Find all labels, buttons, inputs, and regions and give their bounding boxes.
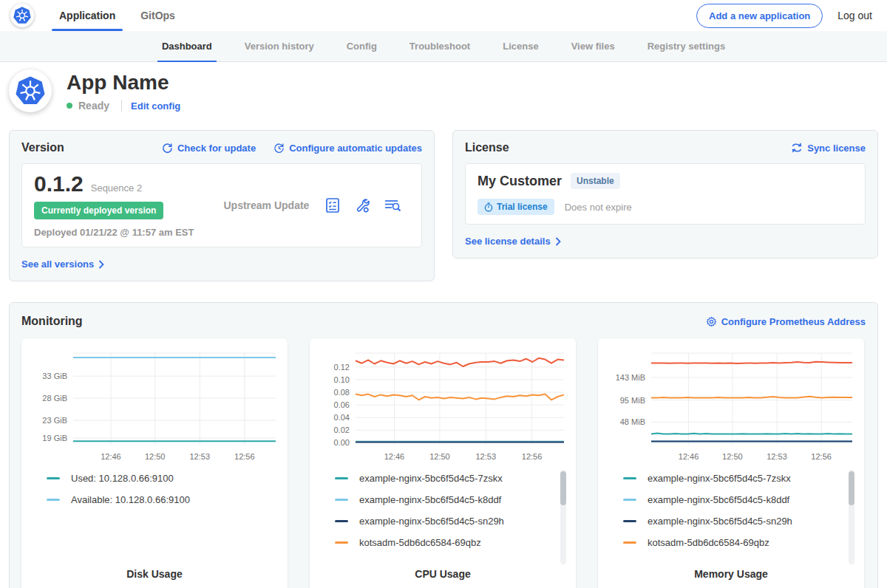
trial-license-badge: Trial license	[478, 199, 554, 215]
tab-registry-settings[interactable]: Registry settings	[648, 31, 725, 61]
schedule-update-icon	[273, 143, 285, 154]
config-wrench-icon[interactable]	[353, 196, 371, 214]
legend-item[interactable]: example-nginx-5bc6f5d4c5-k8ddf	[623, 494, 845, 505]
see-license-details-row: See license details	[465, 234, 866, 247]
currently-deployed-badge: Currently deployed version	[34, 202, 163, 219]
app-logo	[9, 69, 52, 112]
legend-dash-icon	[623, 477, 636, 479]
tab-config[interactable]: Config	[347, 31, 377, 61]
chart-svg: 143 MiB95 MiB48 MiB12:4612:5012:5312:56	[604, 347, 858, 465]
legend-dash-icon	[47, 499, 60, 501]
legend-item[interactable]: kotsadm-5db6dc6584-69qbz	[623, 537, 845, 548]
legend-item[interactable]: example-nginx-5bc6f5d4c5-7zskx	[335, 473, 557, 484]
legend-label: example-nginx-5bc6f5d4c5-7zskx	[359, 473, 503, 484]
svg-text:12:56: 12:56	[811, 452, 832, 461]
chevron-right-icon	[555, 237, 561, 246]
legend-scrollbar-thumb[interactable]	[849, 471, 854, 505]
svg-text:12:46: 12:46	[384, 452, 405, 461]
sync-icon	[791, 143, 803, 153]
legend-label: Used: 10.128.0.66:9100	[71, 473, 174, 484]
svg-text:0.04: 0.04	[334, 413, 350, 422]
chart-svg: 0.120.100.080.060.040.020.0012:4612:5012…	[316, 347, 570, 465]
chart-title: Disk Usage	[27, 568, 282, 586]
status-text: Ready	[78, 100, 109, 112]
kubernetes-logo[interactable]	[10, 4, 34, 27]
legend-item[interactable]: example-nginx-5bc6f5d4c5-7zskx	[623, 473, 845, 484]
tab-view-files[interactable]: View files	[571, 31, 615, 61]
version-number: 0.1.2	[34, 173, 84, 195]
deployed-timestamp: Deployed 01/21/22 @ 11:57 am EST	[34, 227, 194, 238]
topnav-tab-application[interactable]: Application	[59, 0, 115, 31]
tab-troubleshoot[interactable]: Troubleshoot	[409, 31, 470, 61]
cpu-usage-legend: example-nginx-5bc6f5d4c5-7zskxexample-ng…	[316, 465, 570, 568]
topnav-tab-gitops[interactable]: GitOps	[140, 0, 175, 31]
svg-text:143 MiB: 143 MiB	[616, 373, 645, 382]
svg-text:19 GiB: 19 GiB	[42, 434, 67, 442]
disk-usage-plot: 33 GiB28 GiB23 GiB19 GiB12:4612:5012:531…	[27, 347, 282, 465]
chart-title: Memory Usage	[604, 568, 858, 586]
legend-item[interactable]: Used: 10.128.0.66:9100	[47, 473, 268, 484]
check-for-update-link[interactable]: Check for update	[162, 143, 256, 154]
legend-label: kotsadm-5db6dc6584-69qbz	[648, 537, 769, 548]
chart-svg: 33 GiB28 GiB23 GiB19 GiB12:4612:5012:531…	[27, 347, 282, 465]
release-notes-icon[interactable]	[324, 196, 341, 214]
configure-automatic-updates-link[interactable]: Configure automatic updates	[273, 143, 422, 154]
svg-text:0.10: 0.10	[334, 375, 350, 384]
svg-text:48 MiB: 48 MiB	[620, 417, 645, 426]
license-card-title: License	[465, 141, 509, 154]
legend-dash-icon	[623, 541, 636, 544]
tab-version-history[interactable]: Version history	[245, 31, 314, 61]
divider	[121, 100, 122, 112]
memory-usage-chart-card: 143 MiB95 MiB48 MiB12:4612:5012:5312:56 …	[598, 338, 864, 588]
refresh-icon	[162, 143, 173, 154]
memory-usage-plot: 143 MiB95 MiB48 MiB12:4612:5012:5312:56	[604, 347, 858, 465]
configure-prometheus-link[interactable]: Configure Prometheus Address	[706, 316, 866, 327]
kubernetes-logo-icon	[13, 7, 31, 24]
svg-text:12:50: 12:50	[722, 452, 743, 461]
tab-license[interactable]: License	[503, 31, 538, 61]
monitoring-title: Monitoring	[21, 315, 83, 328]
app-header: App Name Ready Edit config	[0, 62, 887, 120]
legend-dash-icon	[335, 477, 348, 479]
channel-badge: Unstable	[571, 173, 620, 189]
page-title: App Name	[67, 71, 180, 95]
svg-text:12:56: 12:56	[234, 452, 255, 461]
legend-label: example-nginx-5bc6f5d4c5-k8ddf	[648, 494, 789, 505]
svg-text:12:53: 12:53	[475, 452, 496, 461]
version-card: Version Check for update Configure au	[9, 130, 435, 281]
svg-text:12:46: 12:46	[101, 452, 121, 461]
legend-dash-icon	[47, 477, 60, 479]
svg-text:0.02: 0.02	[334, 425, 350, 434]
legend-item[interactable]: example-nginx-5bc6f5d4c5-sn29h	[335, 516, 557, 527]
legend-scrollbar[interactable]	[560, 470, 566, 564]
svg-text:12:46: 12:46	[679, 452, 699, 461]
sync-license-link[interactable]: Sync license	[791, 143, 866, 154]
add-application-button[interactable]: Add a new application	[696, 4, 823, 28]
legend-dash-icon	[623, 520, 636, 522]
legend-scrollbar[interactable]	[849, 470, 854, 564]
current-version-box: 0.1.2 Sequence 2 Currently deployed vers…	[21, 163, 422, 247]
logout-button[interactable]: Log out	[837, 10, 872, 21]
sequence-label: Sequence 2	[91, 182, 142, 194]
version-source-label: Upstream Update	[223, 199, 309, 211]
monitoring-section: Monitoring Configure Prometheus Address …	[9, 302, 878, 588]
see-license-details-link[interactable]: See license details	[465, 236, 561, 247]
legend-item[interactable]: Available: 10.128.0.66:9100	[47, 494, 268, 505]
legend-item[interactable]: example-nginx-5bc6f5d4c5-k8ddf	[335, 494, 557, 505]
edit-config-link[interactable]: Edit config	[131, 100, 180, 112]
gear-icon	[706, 316, 717, 327]
legend-item[interactable]: example-nginx-5bc6f5d4c5-sn29h	[623, 516, 845, 527]
legend-scrollbar-thumb[interactable]	[560, 471, 566, 505]
see-all-versions-link[interactable]: See all versions	[21, 259, 104, 270]
legend-label: example-nginx-5bc6f5d4c5-sn29h	[648, 516, 792, 527]
cpu-usage-plot: 0.120.100.080.060.040.020.0012:4612:5012…	[316, 347, 570, 465]
legend-label: example-nginx-5bc6f5d4c5-sn29h	[359, 516, 504, 527]
svg-text:12:53: 12:53	[189, 452, 210, 461]
tab-dashboard[interactable]: Dashboard	[162, 31, 212, 61]
legend-label: example-nginx-5bc6f5d4c5-k8ddf	[359, 494, 501, 505]
view-logs-icon[interactable]	[383, 196, 402, 214]
legend-item[interactable]: kotsadm-5db6dc6584-69qbz	[335, 537, 557, 548]
svg-text:12:50: 12:50	[145, 452, 166, 461]
top-nav: Application GitOps Add a new application…	[0, 0, 887, 31]
legend-label: Available: 10.128.0.66:9100	[71, 494, 190, 505]
